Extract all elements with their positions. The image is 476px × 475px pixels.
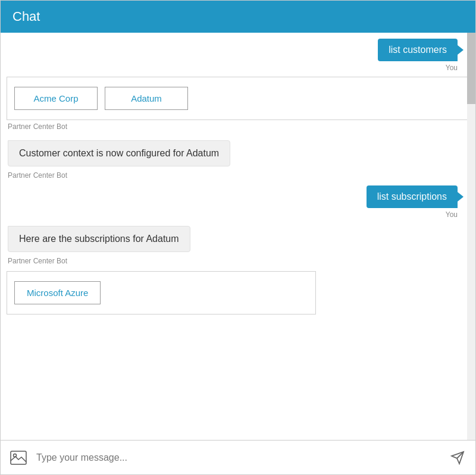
subscription-btn-azure[interactable]: Microsoft Azure	[14, 281, 101, 304]
subscriptions-card: ‹ Microsoft Azure	[7, 271, 316, 314]
scrollbar-thumb[interactable]	[467, 33, 475, 104]
bot-label-subscriptions: Partner Center Bot	[8, 257, 468, 265]
user-bubble-2: list subscriptions	[367, 185, 458, 208]
customer-btn-acme[interactable]: Acme Corp	[14, 87, 98, 110]
message-input[interactable]	[29, 448, 447, 468]
image-icon	[10, 451, 27, 465]
customers-card: ‹ Acme Corp Adatum	[7, 77, 469, 120]
chat-header: Chat	[1, 1, 475, 33]
bot-section-subscriptions-text: Here are the subscriptions for Adatum Pa…	[1, 222, 475, 265]
bot-section-adatum-context: Customer context is now configured for A…	[1, 137, 475, 180]
message-row-user-1: list customers You	[1, 39, 475, 72]
user-label-2: You	[446, 210, 458, 219]
customer-btn-adatum[interactable]: Adatum	[105, 87, 188, 110]
svg-rect-0	[11, 451, 26, 464]
message-row-user-2: list subscriptions You	[1, 185, 475, 219]
user-label-1: You	[446, 64, 458, 72]
chat-container: Chat list customers You ‹ Acme Corp Adat…	[0, 0, 476, 475]
scrollbar-track[interactable]	[467, 33, 475, 440]
chat-title: Chat	[12, 9, 40, 24]
send-button[interactable]	[447, 447, 468, 468]
bot-label-customers: Partner Center Bot	[8, 122, 468, 131]
chat-input-area	[1, 440, 475, 474]
send-icon	[450, 451, 465, 465]
bot-label-adatum-context: Partner Center Bot	[8, 171, 468, 180]
user-bubble-1: list customers	[378, 39, 458, 61]
bot-section-customers: ‹ Acme Corp Adatum Partner Center Bot	[1, 77, 475, 131]
bot-text-subscriptions: Here are the subscriptions for Adatum	[8, 226, 190, 252]
user-bubble-text-1: list customers	[389, 45, 447, 55]
bot-section-subscription-cards: ‹ Microsoft Azure	[1, 271, 475, 314]
image-upload-button[interactable]	[8, 447, 29, 468]
chat-messages[interactable]: list customers You ‹ Acme Corp Adatum Pa…	[1, 33, 475, 440]
user-bubble-text-2: list subscriptions	[377, 191, 447, 202]
bot-text-adatum: Customer context is now configured for A…	[8, 140, 230, 166]
